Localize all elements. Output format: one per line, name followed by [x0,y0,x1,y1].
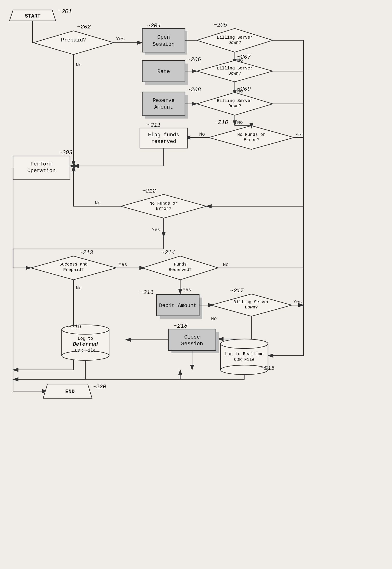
svg-text:Reserve: Reserve [153,98,175,104]
svg-text:No Funds or: No Funds or [150,201,178,206]
no-label-209: No [237,120,243,125]
svg-text:Deferred: Deferred [73,341,98,347]
label-217: ~217 [230,288,244,294]
label-207: ~207 [237,54,251,60]
svg-rect-24 [142,92,185,116]
svg-text:Prepaid?: Prepaid? [61,37,86,43]
svg-text:Debit Amount: Debit Amount [159,303,196,309]
no-label-212: No [95,200,100,206]
label-211: ~211 [147,122,161,128]
start-node: START [10,10,56,21]
no-funds-error-210: No Funds or Error? [209,126,294,149]
svg-text:Flag funds: Flag funds [148,132,179,138]
end-node: END [43,384,92,398]
no-label-214: No [223,262,229,267]
label-203: ~203 [59,149,72,156]
svg-text:Down?: Down? [245,305,258,310]
billing-server-down-207: Billing Server Down? [197,60,273,82]
yes-label-210: Yes [295,132,304,138]
arrow-flag-down [73,148,164,166]
svg-text:Billing Server: Billing Server [217,98,252,103]
svg-text:END: END [65,389,75,395]
prepaid-diamond: Prepaid? [33,31,114,55]
svg-text:Open: Open [157,34,170,40]
label-206: ~206 [187,56,201,63]
yes-label-213: Yes [119,262,127,267]
label-208: ~208 [187,86,201,93]
label-220: ~220 [93,384,106,390]
label-218: ~218 [174,323,188,329]
label-209: ~209 [237,86,251,92]
log-deferred-node: Log to Deferred CDR File [62,325,109,360]
svg-text:Amount: Amount [154,104,173,110]
svg-text:Error?: Error? [156,206,171,211]
label-201: ~201 [58,8,72,15]
flag-funds-reserved-node: Flag funds reserved [140,128,187,148]
svg-text:Rate: Rate [157,69,170,75]
label-204: ~204 [147,23,161,29]
label-202: ~202 [77,24,91,30]
svg-text:Billing Server: Billing Server [233,300,269,305]
label-216: ~216 [140,289,154,296]
label-219: ~219 [68,324,81,330]
rate-node: Rate [142,60,188,85]
yes-label-214: Yes [182,287,191,292]
funds-reserved-diamond: Funds Reserved? [142,256,218,280]
svg-rect-33 [140,128,187,148]
svg-text:Down?: Down? [228,104,241,108]
svg-text:Perform: Perform [31,161,52,167]
no-label-213: No [76,285,82,291]
svg-text:CDR File: CDR File [75,348,96,353]
label-205: ~205 [213,22,227,28]
billing-server-down-205: Billing Server Down? [197,28,273,52]
no-label-210: No [199,132,205,137]
svg-text:Log to: Log to [78,336,93,341]
yes-label-prepaid: Yes [116,36,125,42]
svg-text:Billing Server: Billing Server [217,35,252,40]
label-212: ~212 [142,188,156,194]
no-label-217: No [211,316,217,321]
svg-text:Down?: Down? [228,40,241,45]
svg-text:Reserved?: Reserved? [168,267,192,272]
svg-text:Operation: Operation [28,168,56,174]
svg-text:Billing Server: Billing Server [217,66,252,71]
svg-text:Session: Session [153,42,175,47]
svg-text:Funds: Funds [174,262,187,267]
svg-point-55 [221,339,268,348]
svg-text:Log to Realtime: Log to Realtime [225,352,264,356]
svg-text:Down?: Down? [228,71,241,76]
reserve-amount-node: Reserve Amount [142,92,188,119]
svg-text:START: START [25,13,41,19]
billing-server-down-209: Billing Server Down? [197,93,273,115]
svg-text:Success and: Success and [59,262,88,267]
label-213: ~213 [79,250,93,256]
label-214: ~214 [161,250,175,256]
billing-server-down-217: Billing Server Down? [211,294,292,316]
svg-text:Session: Session [181,341,203,347]
no-funds-error-212: No Funds or Error? [121,194,206,218]
svg-text:Close: Close [184,334,200,340]
svg-text:No Funds or: No Funds or [237,132,266,137]
yes-label-212: Yes [152,227,160,233]
success-prepaid-diamond: Success and Prepaid? [31,256,116,280]
open-session-node: Open Session [142,28,187,55]
close-session-node: Close Session [168,329,219,353]
label-210: ~210 [215,119,228,126]
no-label-prepaid: No [76,62,82,68]
svg-rect-11 [142,28,185,52]
svg-text:Error?: Error? [244,138,259,142]
svg-text:reserved: reserved [151,139,176,145]
svg-text:CDR File: CDR File [234,357,254,362]
debit-amount-node: Debit Amount [156,294,202,319]
arrow-bs217-no [218,316,251,339]
label-215: ~215 [261,365,275,372]
yes-label-217: Yes [293,299,302,305]
perform-operation-node: Perform Operation [13,156,70,180]
svg-text:Prepaid?: Prepaid? [63,267,84,272]
